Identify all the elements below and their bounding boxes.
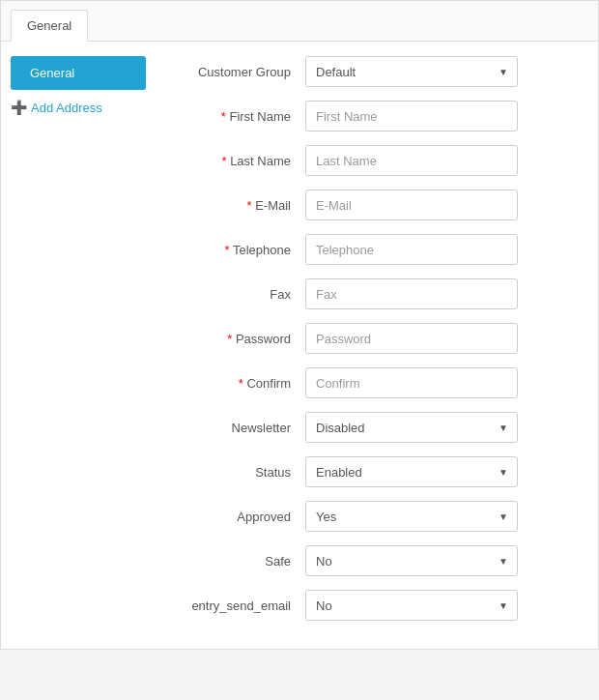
form-row-password: * Password: [170, 323, 584, 354]
select-wrapper-approved: YesNo▼: [305, 501, 518, 532]
label-fax: Fax: [170, 287, 305, 302]
form-row-safe: SafeYesNo▼: [170, 545, 584, 576]
general-button[interactable]: General: [11, 56, 146, 90]
form-row-telephone: * Telephone: [170, 234, 584, 265]
form-row-first_name: * First Name: [170, 101, 584, 131]
select-customer_group[interactable]: Default: [305, 56, 518, 87]
main-content: General ➕ Add Address Customer GroupDefa…: [1, 42, 598, 649]
page-wrapper: General General ➕ Add Address Customer G…: [0, 0, 599, 650]
select-approved[interactable]: YesNo: [305, 501, 518, 532]
select-entry_send_email[interactable]: YesNo: [305, 590, 518, 621]
form-row-confirm: * Confirm: [170, 367, 584, 398]
required-star-telephone: *: [225, 243, 233, 257]
input-email[interactable]: [305, 190, 518, 220]
label-last_name: * Last Name: [170, 154, 305, 168]
required-star-last_name: *: [221, 154, 230, 168]
label-approved: Approved: [170, 510, 305, 524]
select-wrapper-status: EnabledDisabled▼: [305, 456, 518, 487]
label-first_name: * First Name: [170, 109, 305, 124]
form-row-entry_send_email: entry_send_emailYesNo▼: [170, 590, 584, 621]
sidebar: General ➕ Add Address: [1, 56, 156, 634]
select-newsletter[interactable]: DisabledEnabled: [305, 412, 518, 443]
select-wrapper-customer_group: Default▼: [305, 56, 518, 87]
tab-general[interactable]: General: [11, 10, 88, 42]
select-wrapper-newsletter: DisabledEnabled▼: [305, 412, 518, 443]
input-last_name[interactable]: [305, 145, 518, 176]
form-row-newsletter: NewsletterDisabledEnabled▼: [170, 412, 584, 443]
form-row-last_name: * Last Name: [170, 145, 584, 176]
select-wrapper-entry_send_email: YesNo▼: [305, 590, 518, 621]
add-address-link[interactable]: ➕ Add Address: [11, 100, 146, 115]
label-customer_group: Customer Group: [170, 65, 305, 79]
required-star-password: *: [227, 332, 236, 346]
label-email: * E-Mail: [170, 198, 305, 213]
input-first_name[interactable]: [305, 101, 518, 131]
label-entry_send_email: entry_send_email: [170, 598, 305, 613]
required-star-confirm: *: [239, 376, 247, 391]
form-area: Customer GroupDefault▼* First Name* Last…: [156, 56, 598, 634]
label-confirm: * Confirm: [170, 376, 305, 391]
form-row-approved: ApprovedYesNo▼: [170, 501, 584, 532]
label-password: * Password: [170, 332, 305, 346]
input-confirm[interactable]: [305, 367, 518, 398]
form-row-status: StatusEnabledDisabled▼: [170, 456, 584, 487]
select-safe[interactable]: YesNo: [305, 545, 518, 576]
form-row-customer_group: Customer GroupDefault▼: [170, 56, 584, 87]
required-star-email: *: [246, 198, 255, 213]
form-row-email: * E-Mail: [170, 190, 584, 220]
select-status[interactable]: EnabledDisabled: [305, 456, 518, 487]
form-row-fax: Fax: [170, 278, 584, 309]
select-wrapper-safe: YesNo▼: [305, 545, 518, 576]
input-telephone[interactable]: [305, 234, 518, 265]
label-telephone: * Telephone: [170, 243, 305, 257]
label-safe: Safe: [170, 554, 305, 569]
input-password[interactable]: [305, 323, 518, 354]
label-status: Status: [170, 465, 305, 480]
input-fax[interactable]: [305, 278, 518, 309]
required-star-first_name: *: [221, 109, 230, 124]
add-address-label: Add Address: [31, 101, 102, 115]
plus-icon: ➕: [11, 100, 27, 115]
tab-bar: General: [1, 1, 598, 42]
label-newsletter: Newsletter: [170, 421, 305, 435]
